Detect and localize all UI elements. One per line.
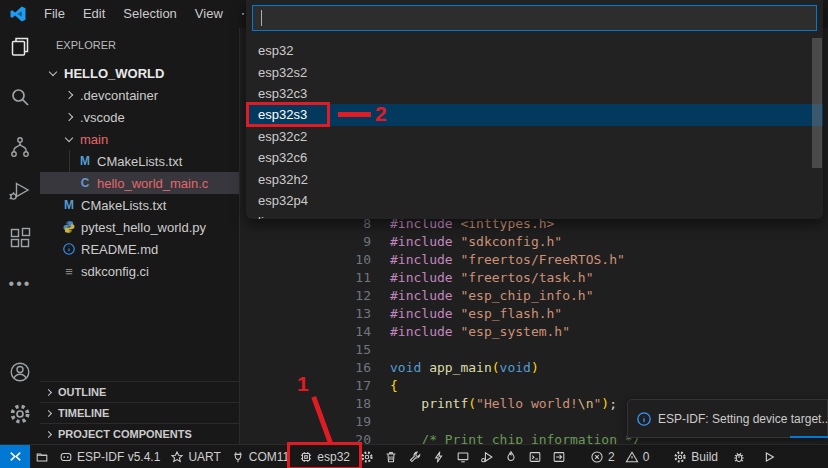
status-bar: ESP-IDF v5.4.1UARTCOM11esp3220Build [0, 444, 828, 468]
status-label: 0 [643, 450, 650, 464]
activity-run-debug-icon[interactable] [6, 177, 34, 205]
folder-icon [35, 450, 49, 464]
option-label: esp32h2 [258, 172, 308, 187]
status-remote-indicator[interactable] [0, 445, 30, 468]
quickpick-option-esp32[interactable]: esp32 [246, 40, 823, 61]
tree-file-sdkconfig.ci[interactable]: ≡sdkconfig.ci [40, 260, 239, 282]
code-line-14: 14#include "esp_system.h" [240, 323, 828, 341]
code-line-11: 11#include "freertos/task.h" [240, 269, 828, 287]
tree-file-pytest_hello_world.py[interactable]: pytest_hello_world.py [40, 216, 239, 238]
tree-file-hello_world_main.c[interactable]: Chello_world_main.c [40, 172, 239, 194]
status-esp-idf-explorer[interactable] [30, 445, 54, 468]
tree-folder-main[interactable]: main [40, 128, 239, 150]
status-problems-warnings[interactable]: 0 [620, 445, 655, 468]
activity-source-control-icon[interactable] [6, 133, 34, 161]
status-custom-task[interactable] [547, 445, 571, 468]
notification-text: ESP-IDF: Setting device target... [658, 412, 828, 426]
tree-folder-devcontainer[interactable]: .devcontainer [40, 84, 239, 106]
activity-bar: ••• [0, 28, 40, 444]
chevron-right-icon [45, 409, 52, 416]
status-debug-device[interactable] [475, 445, 499, 468]
status-esp-idf-version[interactable]: ESP-IDF v5.4.1 [54, 445, 165, 468]
activity-more-views-icon[interactable]: ••• [6, 270, 34, 298]
tree-item-label: .vscode [80, 110, 125, 125]
tree-file-CMakeLists.txt[interactable]: MCMakeLists.txt [40, 150, 239, 172]
status-debug-status[interactable] [727, 445, 751, 468]
code-line-15: 15 [240, 341, 828, 359]
line-content: /* Print chip information */ [390, 431, 640, 444]
status-esp-idf-terminal[interactable] [523, 445, 547, 468]
quick-pick-input[interactable] [253, 6, 816, 30]
status-label: esp32 [317, 450, 350, 464]
cfile-file-icon: C [78, 176, 92, 190]
section-label: TIMELINE [58, 407, 109, 419]
activity-account-icon[interactable] [6, 358, 34, 386]
quick-pick-input-wrap [252, 5, 817, 31]
python-file-icon [62, 220, 76, 234]
octoface-icon [59, 450, 73, 464]
activity-search-icon[interactable] [6, 83, 34, 111]
tree-file-CMakeLists.txt[interactable]: MCMakeLists.txt [40, 194, 239, 216]
status-flash-device[interactable] [427, 445, 451, 468]
section-label: OUTLINE [58, 386, 106, 398]
status-serial-port[interactable]: COM11 [226, 445, 294, 468]
status-run-status[interactable] [757, 445, 781, 468]
status-build-status[interactable]: Build [668, 445, 723, 468]
status-flash-method[interactable]: UART [165, 445, 225, 468]
status-monitor-device[interactable] [451, 445, 475, 468]
code-line-17: 17{ [240, 377, 828, 395]
tree-item-label: CMakeLists.txt [81, 198, 166, 213]
chevron-right-icon [45, 388, 52, 395]
menu-view[interactable]: View [186, 0, 232, 28]
section-timeline[interactable]: TIMELINE [40, 402, 239, 423]
line-number: 13 [240, 305, 371, 323]
quickpick-option-linux[interactable]: linux [246, 211, 823, 219]
status-build-flash-monitor[interactable] [499, 445, 523, 468]
status-label: 2 [608, 450, 615, 464]
plug-icon [231, 450, 245, 464]
section-label: PROJECT COMPONENTS [58, 428, 192, 440]
chevron-right-icon [65, 113, 73, 121]
quickpick-scrollbar[interactable] [812, 38, 822, 168]
error-icon [590, 450, 604, 464]
cmake-file-icon: M [62, 198, 76, 212]
status-device-target[interactable]: esp32 [294, 445, 355, 468]
toast-notification[interactable]: ESP-IDF: Setting device target... [627, 399, 828, 438]
line-content: #include "esp_system.h" [390, 323, 570, 341]
line-number: 19 [240, 413, 371, 431]
annotation-step1-label: 1 [297, 372, 309, 396]
quickpick-option-esp32s2[interactable]: esp32s2 [246, 61, 823, 82]
line-content: void app_main(void) [390, 359, 539, 377]
status-problems-errors[interactable]: 2 [585, 445, 620, 468]
activity-extensions-icon[interactable] [6, 224, 34, 252]
monitor-icon [456, 450, 470, 464]
status-label: ESP-IDF v5.4.1 [77, 450, 160, 464]
tree-folder-HELLO_WORLD[interactable]: HELLO_WORLD [40, 62, 239, 84]
chevron-right-icon [65, 91, 73, 99]
flame-icon [504, 450, 518, 464]
quickpick-option-esp32h2[interactable]: esp32h2 [246, 168, 823, 189]
tree-folder-vscode[interactable]: .vscode [40, 106, 239, 128]
status-full-clean[interactable] [379, 445, 403, 468]
section-project-components[interactable]: PROJECT COMPONENTS [40, 423, 239, 444]
status-build-project[interactable] [403, 445, 427, 468]
status-sdk-config-editor[interactable] [355, 445, 379, 468]
status-label: COM11 [249, 450, 289, 464]
quickpick-option-esp32c3[interactable]: esp32c3 [246, 83, 823, 104]
quickpick-option-esp32p4[interactable]: esp32p4 [246, 190, 823, 211]
section-outline[interactable]: OUTLINE [40, 381, 239, 402]
activity-settings-icon[interactable] [6, 400, 34, 428]
menu-selection[interactable]: Selection [114, 0, 185, 28]
option-label: esp32 [258, 43, 293, 58]
line-number: 15 [240, 341, 371, 359]
quick-pick-panel: esp32esp32s2esp32c3esp32s32esp32c2esp32c… [246, 0, 823, 219]
menu-file[interactable]: File [35, 0, 74, 28]
quickpick-option-esp32c2[interactable]: esp32c2 [246, 126, 823, 147]
cmake-file-icon: M [78, 154, 92, 168]
tree-file-README.md[interactable]: README.md [40, 238, 239, 260]
quick-pick-list: esp32esp32s2esp32c3esp32s32esp32c2esp32c… [246, 40, 823, 219]
menu-edit[interactable]: Edit [74, 0, 114, 28]
quickpick-option-esp32s3[interactable]: esp32s32 [246, 104, 823, 125]
quickpick-option-esp32c6[interactable]: esp32c6 [246, 147, 823, 168]
activity-explorer-icon[interactable] [6, 33, 34, 61]
